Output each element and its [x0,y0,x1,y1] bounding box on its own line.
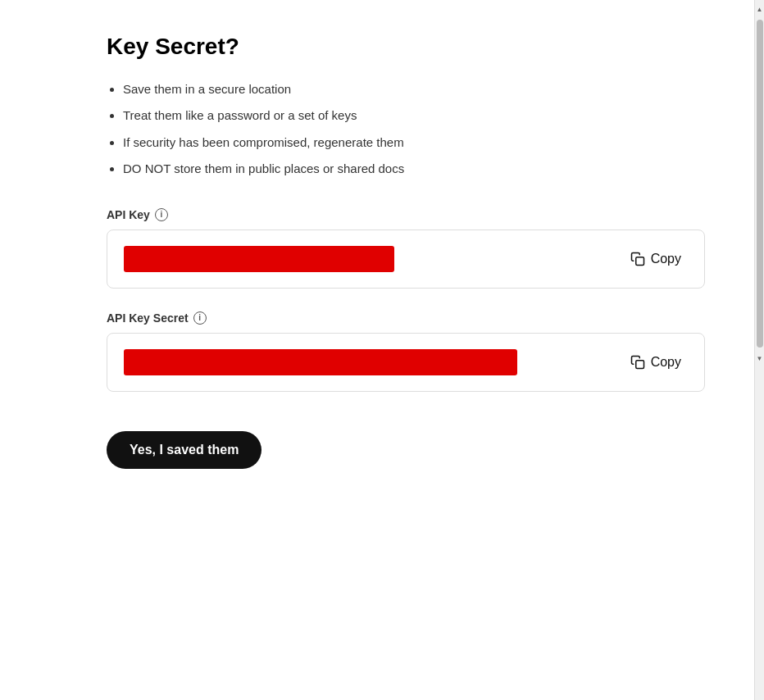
page-heading: Key Secret? [107,33,705,61]
instruction-item-3: If security has been compromised, regene… [123,134,705,152]
api-key-secret-copy-button[interactable]: Copy [624,352,688,373]
api-key-info-icon[interactable]: i [155,208,168,221]
api-key-redacted-value [124,246,394,272]
svg-rect-0 [635,257,643,265]
api-key-label-text: API Key [107,208,150,221]
instruction-item-1: Save them in a secure location [123,80,705,99]
main-content: Key Secret? Save them in a secure locati… [0,0,754,700]
scrollbar-thumb[interactable] [757,20,763,348]
api-key-box: Copy [107,230,705,289]
api-key-copy-label: Copy [651,252,681,266]
save-button[interactable]: Yes, I saved them [107,431,261,469]
scrollbar[interactable]: ▲ ▼ [754,0,764,700]
api-key-secret-section: API Key Secret i Copy [107,311,705,392]
api-key-secret-label: API Key Secret i [107,311,705,325]
api-key-section: API Key i Copy [107,208,705,289]
api-key-secret-copy-label: Copy [651,355,681,370]
api-key-secret-label-text: API Key Secret [107,311,189,325]
scrollbar-up-arrow[interactable]: ▲ [755,2,765,16]
copy-icon-api-secret [630,355,645,370]
instruction-item-4: DO NOT store them in public places or sh… [123,160,705,179]
api-key-secret-redacted-value [124,349,517,375]
copy-icon-api-key [630,252,645,266]
instructions-list: Save them in a secure location Treat the… [107,80,705,179]
api-key-secret-info-icon[interactable]: i [193,311,207,325]
svg-rect-1 [635,360,643,368]
instruction-item-2: Treat them like a password or a set of k… [123,107,705,125]
api-key-secret-box: Copy [107,333,705,392]
scrollbar-down-arrow[interactable]: ▼ [755,351,765,366]
api-key-copy-button[interactable]: Copy [624,248,688,270]
api-key-label: API Key i [107,208,705,221]
